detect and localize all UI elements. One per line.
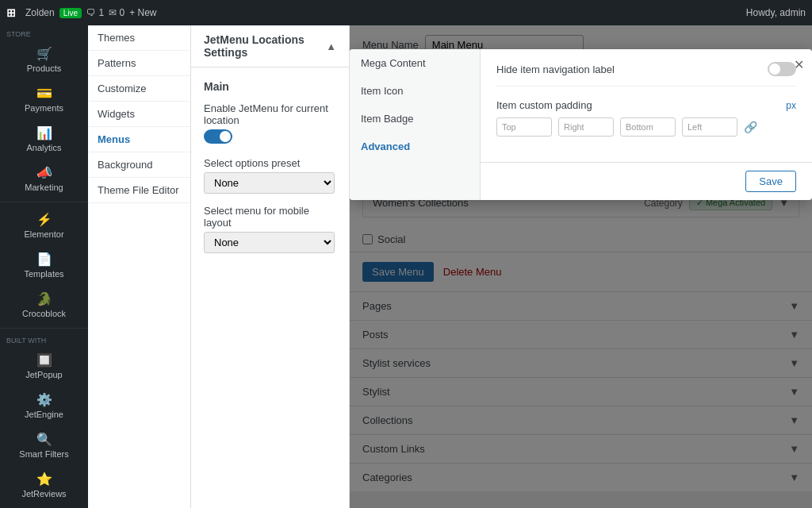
padding-row: Item custom padding px [496,99,796,137]
sidebar-label-elementor: Elementor [24,229,63,239]
sidebar-label-crocoblock: Crocoblock [22,309,66,318]
sub-sidebar-background[interactable]: Background [88,152,190,178]
marketing-icon: 📣 [36,165,52,180]
smartfilters-icon: 🔍 [36,432,52,447]
wp-logo: ⊞ [6,6,16,19]
sidebar-label-jetreviews: JetReviews [21,489,66,498]
enable-jetmenu-label: Enable JetMenu for current location [204,102,336,126]
crocoblock-icon: 🐊 [36,291,52,306]
link-icon[interactable]: 🔗 [744,121,757,133]
sub-sidebar-menus[interactable]: Menus [88,127,190,152]
jetengine-icon: ⚙️ [36,392,52,407]
new-button[interactable]: + New [129,7,156,18]
top-bar: ⊞ Zolden Live 🗨 1 ✉ 0 + New Howdy, admin [0,0,812,25]
hide-nav-label: Hide item navigation label [496,64,615,75]
comment-count: 🗨 1 [86,7,104,18]
site-name: Zolden [25,7,55,18]
sub-sidebar-theme-file-editor[interactable]: Theme File Editor [88,178,190,203]
sidebar-label-products: Products [27,64,61,73]
jetpopup-icon: 🔲 [36,352,52,368]
sub-sidebar-widgets[interactable]: Widgets [88,102,190,127]
sidebar-item-templates[interactable]: 📄 Templates [0,245,88,285]
sidebar-item-jetengine[interactable]: ⚙️ JetEngine [0,386,88,425]
sidebar-item-marketing[interactable]: 📣 Marketing [0,159,88,198]
mobile-layout-label: Select menu for mobile layout [204,205,336,229]
sidebar-item-analytics[interactable]: 📊 Analytics [0,119,88,159]
app-wrapper: ⊞ Zolden Live 🗨 1 ✉ 0 + New Howdy, admin… [0,0,812,508]
sub-sidebar-themes[interactable]: Themes [88,25,190,51]
sidebar-label-analytics: Analytics [26,143,61,152]
px-label[interactable]: px [786,100,796,111]
analytics-icon: 📊 [36,125,52,140]
padding-bottom-input[interactable] [620,117,676,137]
howdy-text: Howdy, admin [746,7,806,18]
menu-editor-panel: Menu Name Drag the items into the order … [350,25,812,508]
dm-count: ✉ 0 [109,7,124,18]
sidebar-item-payments[interactable]: 💳 Payments [0,79,88,119]
padding-top-input[interactable] [496,117,552,137]
dialog-sidebar-advanced[interactable]: Advanced [350,133,480,160]
sidebar-item-jetpopup[interactable]: 🔲 JetPopup [0,346,88,386]
sub-sidebar-customize[interactable]: Customize [88,76,190,102]
sub-sidebar-patterns[interactable]: Patterns [88,51,190,76]
hide-nav-label-row: Hide item navigation label [496,62,796,87]
dialog-sidebar: Mega Content Item Icon Item Badge Advanc… [350,49,481,200]
padding-row-header: Item custom padding px [496,99,796,111]
sidebar: STORE 🛒 Products 💳 Payments 📊 Analytics … [0,25,88,508]
hide-nav-toggle[interactable] [768,62,796,76]
main-section-label: Main [204,80,336,93]
dialog: Mega Content Item Icon Item Badge Advanc… [350,49,812,200]
payments-icon: 💳 [36,86,52,101]
sidebar-divider-1 [0,202,88,202]
sidebar-label-payments: Payments [25,103,63,113]
sidebar-item-jetreviews[interactable]: ⭐ JetReviews [0,465,88,505]
sidebar-label-jetengine: JetEngine [25,410,63,419]
dialog-save-button[interactable]: Save [745,171,796,192]
jetmenu-panel-title: JetMenu Locations Settings [204,33,326,59]
dialog-body: Mega Content Item Icon Item Badge Advanc… [350,49,812,200]
enable-jetmenu-row: Enable JetMenu for current location [204,102,336,146]
sidebar-item-smartfilters[interactable]: 🔍 Smart Filters [0,425,88,465]
dialog-sidebar-mega-content[interactable]: Mega Content [350,49,480,77]
padding-right-input[interactable] [558,117,614,137]
sidebar-item-elementor[interactable]: ⚡ Elementor [0,206,88,245]
enable-jetmenu-toggle[interactable] [204,129,232,144]
main-layout: STORE 🛒 Products 💳 Payments 📊 Analytics … [0,25,812,508]
jetmenu-settings: Main Enable JetMenu for current location… [191,67,349,277]
sidebar-label-marketing: Marketing [25,183,63,192]
site-info: Zolden Live 🗨 1 ✉ 0 + New [25,7,156,18]
sidebar-label-templates: Templates [24,269,63,279]
dialog-sidebar-item-icon[interactable]: Item Icon [350,77,480,105]
dialog-content: Hide item navigation label Item custom p… [481,49,812,162]
preset-label: Select options preset [204,157,336,169]
sidebar-label-smartfilters: Smart Filters [19,449,68,459]
sub-sidebar: Themes Patterns Customize Widgets Menus … [88,25,191,508]
dialog-content-wrapper: ✕ Hide item navigation label [481,49,812,200]
sidebar-divider-2 [0,328,88,329]
mobile-layout-row: Select menu for mobile layout None [204,205,336,253]
preset-row: Select options preset None [204,157,336,194]
content-split: JetMenu Locations Settings ▲ Main Enable… [191,25,812,508]
store-section-label: STORE [0,25,88,40]
mobile-layout-select[interactable]: None [204,232,335,253]
padding-left-input[interactable] [682,117,737,137]
elementor-icon: ⚡ [36,212,52,227]
dialog-footer: Save [481,162,812,200]
notes-section-label: BUILT WITH [0,332,88,346]
sidebar-label-jetpopup: JetPopup [25,370,62,379]
jetmenu-panel-chevron[interactable]: ▲ [326,40,336,52]
jetmenu-panel-header: JetMenu Locations Settings ▲ [191,25,349,67]
live-badge: Live [59,8,82,18]
templates-icon: 📄 [36,252,52,267]
main-content: JetMenu Locations Settings ▲ Main Enable… [191,25,812,508]
sidebar-item-crocoblock[interactable]: 🐊 Crocoblock [0,285,88,325]
padding-inputs: 🔗 [496,117,796,137]
jetreviews-icon: ⭐ [36,471,52,487]
preset-select[interactable]: None [204,172,335,194]
jetmenu-panel: JetMenu Locations Settings ▲ Main Enable… [191,25,350,508]
sidebar-item-products[interactable]: 🛒 Products [0,40,88,79]
dialog-sidebar-item-badge[interactable]: Item Badge [350,105,480,133]
padding-label: Item custom padding [496,99,592,111]
products-icon: 🛒 [36,46,52,61]
dialog-overlay: Mega Content Item Icon Item Badge Advanc… [350,25,812,508]
